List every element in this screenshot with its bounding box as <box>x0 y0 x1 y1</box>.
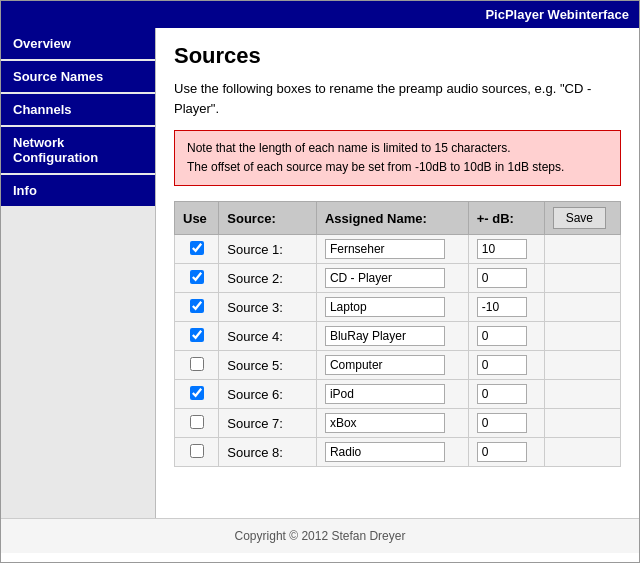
source-checkbox-4[interactable] <box>190 328 204 342</box>
source-checkbox-2[interactable] <box>190 270 204 284</box>
table-row: Source 4: <box>175 322 621 351</box>
main-content: Sources Use the following boxes to renam… <box>156 28 639 518</box>
table-row: Source 8: <box>175 438 621 467</box>
name-input-1[interactable] <box>325 239 445 259</box>
table-row: Source 2: <box>175 264 621 293</box>
db-input-8[interactable] <box>477 442 527 462</box>
footer: Copyright © 2012 Stefan Dreyer <box>1 518 639 553</box>
source-label-1: Source 1: <box>219 235 317 264</box>
row-action-cell-3 <box>544 293 620 322</box>
sources-table: Use Source: Assigned Name: +- dB: Save S… <box>174 201 621 467</box>
table-row: Source 1: <box>175 235 621 264</box>
row-action-cell-2 <box>544 264 620 293</box>
source-checkbox-5[interactable] <box>190 357 204 371</box>
sidebar-item-source-names[interactable]: Source Names <box>1 61 155 94</box>
description: Use the following boxes to rename the pr… <box>174 79 621 118</box>
table-row: Source 7: <box>175 409 621 438</box>
header-save: Save <box>544 202 620 235</box>
db-input-6[interactable] <box>477 384 527 404</box>
sidebar: OverviewSource NamesChannelsNetwork Conf… <box>1 28 156 518</box>
source-checkbox-6[interactable] <box>190 386 204 400</box>
page-title: Sources <box>174 43 621 69</box>
db-input-3[interactable] <box>477 297 527 317</box>
row-action-cell-5 <box>544 351 620 380</box>
db-input-4[interactable] <box>477 326 527 346</box>
notice-line1: Note that the length of each name is lim… <box>187 139 608 158</box>
row-action-cell-8 <box>544 438 620 467</box>
source-label-4: Source 4: <box>219 322 317 351</box>
source-label-2: Source 2: <box>219 264 317 293</box>
db-input-1[interactable] <box>477 239 527 259</box>
source-checkbox-3[interactable] <box>190 299 204 313</box>
name-input-7[interactable] <box>325 413 445 433</box>
table-header-row: Use Source: Assigned Name: +- dB: Save <box>175 202 621 235</box>
save-button[interactable]: Save <box>553 207 606 229</box>
table-row: Source 3: <box>175 293 621 322</box>
copyright-text: Copyright © 2012 Stefan Dreyer <box>235 529 406 543</box>
header-assigned-name: Assigned Name: <box>316 202 468 235</box>
row-action-cell-4 <box>544 322 620 351</box>
header-use: Use <box>175 202 219 235</box>
sidebar-item-channels[interactable]: Channels <box>1 94 155 127</box>
db-input-5[interactable] <box>477 355 527 375</box>
sidebar-item-network-configuration[interactable]: Network Configuration <box>1 127 155 175</box>
name-input-4[interactable] <box>325 326 445 346</box>
source-checkbox-1[interactable] <box>190 241 204 255</box>
header-source: Source: <box>219 202 317 235</box>
db-input-2[interactable] <box>477 268 527 288</box>
sidebar-item-info[interactable]: Info <box>1 175 155 208</box>
notice-box: Note that the length of each name is lim… <box>174 130 621 186</box>
name-input-3[interactable] <box>325 297 445 317</box>
row-action-cell-7 <box>544 409 620 438</box>
source-checkbox-7[interactable] <box>190 415 204 429</box>
source-label-3: Source 3: <box>219 293 317 322</box>
source-label-6: Source 6: <box>219 380 317 409</box>
table-body: Source 1:Source 2:Source 3:Source 4:Sour… <box>175 235 621 467</box>
row-action-cell-1 <box>544 235 620 264</box>
source-checkbox-8[interactable] <box>190 444 204 458</box>
app-title: PicPlayer Webinterface <box>485 7 629 22</box>
name-input-5[interactable] <box>325 355 445 375</box>
sidebar-item-overview[interactable]: Overview <box>1 28 155 61</box>
table-row: Source 6: <box>175 380 621 409</box>
source-label-7: Source 7: <box>219 409 317 438</box>
name-input-8[interactable] <box>325 442 445 462</box>
source-label-5: Source 5: <box>219 351 317 380</box>
db-input-7[interactable] <box>477 413 527 433</box>
name-input-6[interactable] <box>325 384 445 404</box>
row-action-cell-6 <box>544 380 620 409</box>
notice-line2: The offset of each source may be set fro… <box>187 158 608 177</box>
source-label-8: Source 8: <box>219 438 317 467</box>
table-row: Source 5: <box>175 351 621 380</box>
header-db: +- dB: <box>468 202 544 235</box>
app-header: PicPlayer Webinterface <box>1 1 639 28</box>
name-input-2[interactable] <box>325 268 445 288</box>
